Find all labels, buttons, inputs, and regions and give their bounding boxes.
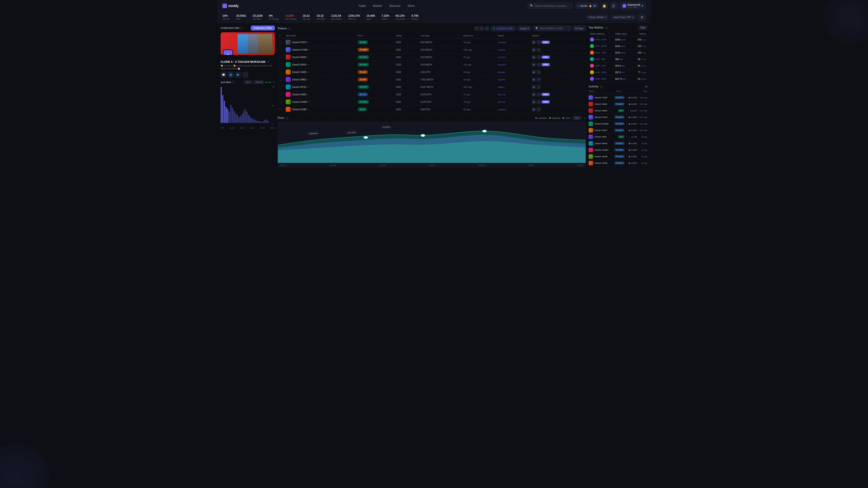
token-expand-icon[interactable]: ▾ — [308, 108, 309, 110]
token-expand-icon[interactable]: ▾ — [308, 86, 309, 88]
expand-icon[interactable]: ⤢ — [273, 80, 275, 84]
activity-price: ◆ 0.0000 — [626, 149, 637, 151]
download-btn[interactable]: ↓ — [242, 72, 248, 78]
collection-offer-tab[interactable]: ● Collection Offer — [491, 26, 516, 31]
wallet-row: 0xC6...E54D $52.5 ♦77 77 0.38% — [589, 69, 647, 76]
nav-more[interactable]: More — [405, 3, 418, 9]
token-expand-icon[interactable]: ▾ — [309, 101, 310, 103]
row-checkbox[interactable] — [279, 78, 282, 81]
link-action-icon[interactable]: ↗ — [537, 77, 541, 82]
token-expand-icon[interactable]: ▾ — [308, 64, 309, 66]
link-action-icon[interactable]: ↗ — [537, 55, 541, 59]
row-checkbox[interactable] — [279, 71, 282, 73]
wallet-address[interactable]: 0x3F...D7B6 — [595, 38, 606, 41]
wallet-action-icon[interactable]: ◉ — [532, 107, 536, 111]
offer-button[interactable]: Offer — [541, 41, 550, 44]
link-action-icon[interactable]: ↗ — [537, 48, 541, 52]
twitter-btn[interactable]: 🐦 — [235, 72, 241, 78]
activity-all-btn[interactable]: All — [645, 86, 647, 88]
offer-button[interactable]: Offer — [541, 56, 550, 59]
wallet-address[interactable]: 0x9d...8EEb — [595, 78, 606, 80]
row-checkbox[interactable] — [279, 108, 282, 111]
wallet-action-icon[interactable]: ◉ — [532, 48, 536, 52]
link-action-icon[interactable]: ↗ — [537, 85, 541, 89]
website-btn[interactable]: 🌐 — [228, 72, 234, 78]
wallet-address[interactable]: 0x75...DE7B — [595, 45, 607, 47]
time-period-selector[interactable]: 7d ▾ — [573, 116, 581, 120]
wallet-action-icon[interactable]: ◉ — [532, 70, 536, 74]
wallet-action-icon[interactable]: ◉ — [532, 92, 536, 96]
cart-btn[interactable]: 🛒 — [610, 2, 618, 9]
row-checkbox[interactable] — [279, 41, 282, 43]
activity-row: CloneX #14957 Transfer ◆ 0.0000 2h ago — [589, 147, 647, 153]
info-icon[interactable]: i — [240, 27, 243, 30]
grid-view-btn[interactable]: ⊞ — [479, 26, 484, 31]
notification-btn[interactable]: 🔔 — [601, 2, 608, 9]
link-action-icon[interactable]: ↗ — [537, 40, 541, 44]
wallets-info-icon[interactable]: i — [605, 27, 608, 29]
listed-tab[interactable]: Listed ▾ — [518, 26, 531, 31]
offer-button[interactable]: Offer — [541, 100, 550, 103]
link-action-icon[interactable]: ↗ — [537, 92, 541, 96]
row-checkbox[interactable] — [279, 93, 282, 96]
asset-class-selector[interactable]: Asset Class: PFP ▾ — [611, 15, 636, 20]
wallet-address[interactable]: 0xA4...2248 — [595, 52, 606, 54]
nav-market[interactable]: Market — [370, 3, 385, 9]
global-search-input[interactable] — [535, 4, 570, 7]
row-checkbox[interactable] — [279, 63, 282, 66]
row-checkbox[interactable] — [279, 86, 282, 88]
link-action-icon[interactable]: ↗ — [537, 107, 541, 111]
link-action-icon[interactable]: ↗ — [537, 100, 541, 104]
row-checkbox[interactable] — [279, 48, 282, 51]
token-name-cell: CloneX #5414 ▾ — [286, 62, 354, 67]
wallet-action-icon[interactable]: ◉ — [532, 77, 536, 82]
nav-discover[interactable]: Discover — [386, 3, 404, 9]
token-expand-icon[interactable]: ▾ — [308, 71, 309, 73]
wallet-action-icon[interactable]: ◉ — [532, 63, 536, 67]
discord-btn[interactable]: 💬 — [221, 72, 226, 78]
grid-lg-view-btn[interactable]: ⊟ — [485, 26, 489, 31]
sort-price-icon[interactable]: ↕ — [363, 35, 364, 37]
sell-wall-info-icon[interactable]: i — [232, 81, 235, 84]
token-expand-icon[interactable]: ▾ — [309, 49, 310, 51]
expires-value: 1d ago — [463, 41, 470, 43]
wallet-action-icon[interactable]: ◉ — [532, 40, 536, 44]
activity-info-icon[interactable]: i — [600, 86, 603, 88]
nav-trade[interactable]: Trade — [355, 3, 369, 9]
offer-button[interactable]: Offer — [541, 63, 550, 66]
global-search[interactable]: 🔍 — [528, 3, 573, 8]
collection-offer-button[interactable]: Collection Offer — [251, 26, 275, 31]
link-action-icon[interactable]: ↗ — [537, 70, 541, 74]
activity-row: CloneX #8445 Transfer ◆ 0.0000 1h ago — [589, 140, 647, 147]
token-thumbnail — [286, 47, 291, 52]
floor-expand-icon[interactable]: ⤢ — [584, 117, 586, 120]
offer-button[interactable]: Offer — [541, 93, 550, 96]
link-action-icon[interactable]: ↗ — [537, 63, 541, 67]
token-expand-icon[interactable]: ▾ — [308, 56, 309, 58]
row-checkbox[interactable] — [279, 101, 282, 103]
floor-info-icon[interactable]: i — [286, 117, 289, 120]
token-expand-icon[interactable]: ▾ — [308, 94, 309, 96]
wallets-filter-btn[interactable]: Filter — [638, 26, 647, 30]
wallet-address[interactable]: 0xC6...E54D — [595, 71, 607, 73]
token-expand-icon[interactable]: ▾ — [308, 78, 309, 80]
wallet-address[interactable]: 0x89...5fb4 — [595, 58, 605, 60]
select-all-checkbox[interactable] — [279, 34, 282, 37]
user-badge[interactable]: Evanvar.eth 0x73...00e8 — [620, 2, 646, 9]
row-checkbox[interactable] — [279, 56, 282, 59]
wallet-action-icon[interactable]: ◉ — [532, 85, 536, 89]
list-view-btn[interactable]: ≡ — [474, 26, 479, 31]
wallet-address[interactable]: 0xBF...4c83 — [595, 65, 606, 67]
preset-selector[interactable]: Preset: Default ▾ — [586, 15, 609, 20]
top-wallets-title: Top Wallets i — [589, 26, 608, 29]
wallet-action-icon[interactable]: ◉ — [532, 55, 536, 59]
settings-btn[interactable]: ⚙ — [638, 13, 646, 21]
tokens-info-icon[interactable]: i — [288, 27, 291, 30]
listed-count: 336 Listed — [286, 35, 296, 37]
wallet-action-icon[interactable]: ◉ — [532, 100, 536, 104]
expires-value: 49m ago — [463, 86, 472, 88]
token-search-input[interactable] — [540, 27, 569, 30]
filter-button[interactable]: ⊟ Filter — [572, 26, 586, 31]
token-expand-icon[interactable]: ▾ — [308, 41, 309, 43]
token-search[interactable]: 🔍 — [533, 26, 571, 31]
